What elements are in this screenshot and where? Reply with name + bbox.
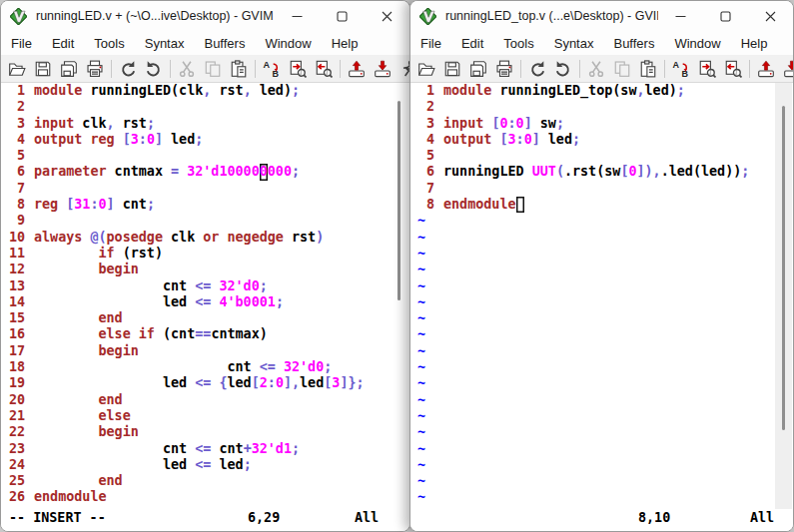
menu-help[interactable]: Help: [322, 36, 369, 51]
code-line[interactable]: 7: [1, 181, 409, 197]
save-session-icon[interactable]: [370, 57, 396, 81]
find-replace-icon[interactable]: AB: [259, 57, 285, 81]
menu-edit[interactable]: Edit: [451, 36, 493, 51]
code-token: ]: [524, 116, 532, 131]
code-token: ): [316, 230, 324, 245]
redo-icon[interactable]: [141, 57, 167, 81]
cut-icon[interactable]: [174, 57, 200, 81]
code-token: [34, 408, 99, 423]
code-line[interactable]: 5: [410, 148, 793, 164]
undo-icon[interactable]: [115, 57, 141, 81]
code-line[interactable]: 7: [410, 181, 793, 197]
line-number: 17: [7, 343, 25, 359]
code-line[interactable]: 11 if (rst): [1, 246, 409, 262]
print-icon[interactable]: [491, 57, 517, 81]
code-line[interactable]: 14 led <= 4'b0001;: [1, 294, 409, 310]
code-line[interactable]: 19 led <= {led[2:0],led[3]};: [1, 375, 409, 391]
copy-icon[interactable]: [609, 57, 635, 81]
vertical-scrollbar[interactable]: [397, 101, 400, 300]
code-token: ;: [260, 278, 268, 293]
minimize-button[interactable]: [275, 1, 320, 31]
code-line[interactable]: 26endmodule: [1, 489, 409, 505]
save-icon[interactable]: [439, 57, 465, 81]
code-line[interactable]: 16 else if (cnt==cntmax): [1, 326, 409, 342]
save-session-icon[interactable]: [779, 57, 793, 81]
load-session-icon[interactable]: [753, 57, 779, 81]
copy-icon[interactable]: [200, 57, 226, 81]
menu-syntax[interactable]: Syntax: [135, 36, 195, 51]
find-prev-icon[interactable]: [311, 57, 337, 81]
find-replace-icon[interactable]: AB: [668, 57, 694, 81]
code-line[interactable]: 17 begin: [1, 343, 409, 359]
open-icon[interactable]: [4, 57, 30, 81]
code-line[interactable]: 4output [3:0] led;: [410, 132, 793, 148]
load-session-icon[interactable]: [344, 57, 370, 81]
titlebar[interactable]: runningLED.v + (~\O...ive\Desktop) - GVI…: [1, 1, 409, 31]
code-line[interactable]: 10always @(posedge clk or negedge rst): [1, 230, 409, 246]
code-line[interactable]: 6parameter cntmax = 32'd100000000;: [1, 164, 409, 180]
code-line[interactable]: 13 cnt <= 32'd0;: [1, 278, 409, 294]
maximize-button[interactable]: [320, 1, 365, 31]
code-line[interactable]: 15 end: [1, 310, 409, 326]
code-line[interactable]: 3input clk, rst;: [1, 116, 409, 132]
menu-edit[interactable]: Edit: [42, 36, 84, 51]
close-button[interactable]: [748, 1, 793, 31]
redo-icon[interactable]: [550, 57, 576, 81]
menu-buffers[interactable]: Buffers: [603, 36, 664, 51]
menu-syntax[interactable]: Syntax: [544, 36, 604, 51]
code-area[interactable]: 1module runningLED_top(sw,led);23input […: [410, 83, 793, 509]
code-token: cnt: [34, 441, 195, 456]
code-line[interactable]: 18 cnt <= 32'd0;: [1, 359, 409, 375]
code-line[interactable]: 20 end: [1, 392, 409, 408]
find-next-icon[interactable]: [694, 57, 720, 81]
cut-icon[interactable]: [583, 57, 609, 81]
find-prev-icon[interactable]: [720, 57, 746, 81]
line-number: 19: [7, 375, 25, 391]
paste-icon[interactable]: [635, 57, 661, 81]
code-line[interactable]: 4output reg [3:0] led;: [1, 132, 409, 148]
minimize-button[interactable]: [658, 1, 703, 31]
save-icon[interactable]: [30, 57, 56, 81]
code-line[interactable]: 25 end: [1, 473, 409, 489]
code-token: parameter: [34, 164, 107, 179]
code-line[interactable]: 2: [1, 99, 409, 115]
menu-file[interactable]: File: [410, 36, 451, 51]
code-line[interactable]: 22 begin: [1, 424, 409, 440]
code-line[interactable]: 8reg [31:0] cnt;: [1, 197, 409, 213]
maximize-button[interactable]: [703, 1, 748, 31]
paste-icon[interactable]: [226, 57, 252, 81]
undo-icon[interactable]: [524, 57, 550, 81]
code-line[interactable]: 24 led <= led;: [1, 457, 409, 473]
code-line[interactable]: 9: [1, 213, 409, 229]
find-next-icon[interactable]: [285, 57, 311, 81]
code-line[interactable]: 21 else: [1, 408, 409, 424]
code-line[interactable]: 12 begin: [1, 262, 409, 277]
code-line[interactable]: 1module runningLED(clk, rst, led);: [1, 83, 409, 99]
code-line[interactable]: 5: [1, 148, 409, 164]
menu-window[interactable]: Window: [664, 36, 730, 51]
run-script-icon[interactable]: [396, 57, 409, 81]
code-line[interactable]: 8endmodule: [410, 197, 793, 213]
code-line[interactable]: 6runningLED UUT(.rst(sw[0]),.led(led));: [410, 164, 793, 180]
close-button[interactable]: [365, 1, 409, 31]
open-icon[interactable]: [413, 57, 439, 81]
menu-tools[interactable]: Tools: [493, 36, 543, 51]
code-area[interactable]: 1module runningLED(clk, rst, led);23inpu…: [1, 83, 409, 509]
code-token: ;: [556, 116, 564, 131]
menu-window[interactable]: Window: [255, 36, 321, 51]
code-token: :: [508, 116, 516, 131]
save-all-icon[interactable]: [56, 57, 82, 81]
menu-buffers[interactable]: Buffers: [194, 36, 255, 51]
vertical-scrollbar[interactable]: [782, 106, 785, 430]
code-line[interactable]: 3input [0:0] sw;: [410, 116, 793, 132]
titlebar[interactable]: runningLED_top.v (...e\Desktop) - GVIM1: [410, 1, 793, 31]
menu-tools[interactable]: Tools: [84, 36, 134, 51]
print-icon[interactable]: [82, 57, 108, 81]
line-number: 4: [416, 132, 434, 148]
menu-help[interactable]: Help: [731, 36, 778, 51]
code-line[interactable]: 2: [410, 99, 793, 115]
save-all-icon[interactable]: [465, 57, 491, 81]
code-line[interactable]: 23 cnt <= cnt+32'd1;: [1, 441, 409, 457]
menu-file[interactable]: File: [1, 36, 42, 51]
code-line[interactable]: 1module runningLED_top(sw,led);: [410, 83, 793, 99]
